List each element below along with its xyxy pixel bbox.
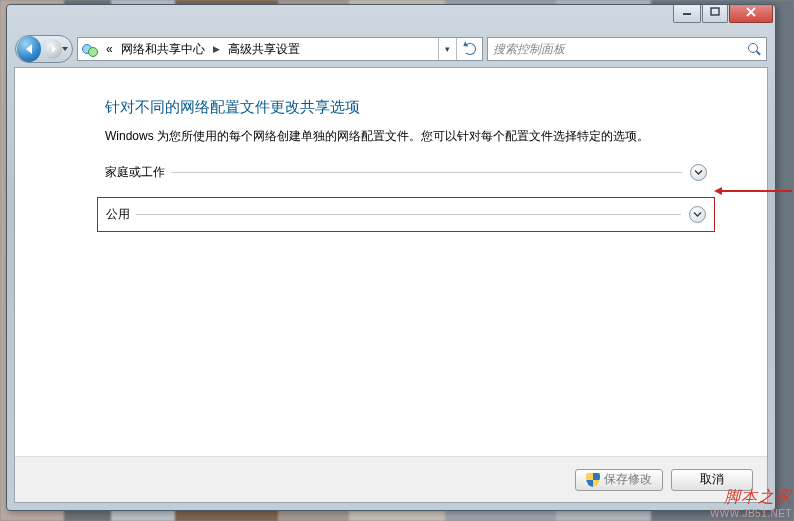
address-dropdown[interactable]: ▾ [438, 38, 456, 60]
navigation-row: « 网络和共享中心 ▶ 高级共享设置 ▾ 搜索控制面板 [15, 35, 767, 63]
highlight-box: 公用 [97, 197, 715, 232]
annotation-arrow [720, 190, 792, 192]
client-area: 针对不同的网络配置文件更改共享选项 Windows 为您所使用的每个网络创建单独… [14, 67, 768, 503]
watermark-title: 脚本之家 [710, 487, 792, 508]
uac-shield-icon [586, 473, 600, 487]
search-placeholder: 搜索控制面板 [493, 41, 565, 58]
svg-rect-1 [711, 8, 719, 15]
search-input[interactable]: 搜索控制面板 [487, 37, 767, 61]
chevron-down-icon [694, 168, 703, 177]
footer: 保存修改 取消 [15, 456, 767, 502]
close-button[interactable] [729, 5, 773, 23]
section-divider [136, 214, 681, 215]
expand-button[interactable] [689, 206, 706, 223]
breadcrumb-advanced-sharing[interactable]: 高级共享设置 [224, 38, 304, 60]
breadcrumb-prefix: « [102, 38, 117, 60]
back-button[interactable] [17, 36, 41, 62]
section-label: 家庭或工作 [105, 164, 171, 181]
section-home-work[interactable]: 家庭或工作 [105, 164, 707, 181]
control-panel-window: « 网络和共享中心 ▶ 高级共享设置 ▾ 搜索控制面板 针对不同的网络配置文件更… [6, 4, 776, 511]
svg-rect-0 [683, 13, 691, 15]
section-public[interactable]: 公用 [106, 206, 706, 223]
titlebar[interactable] [7, 5, 775, 31]
watermark-url: WWW.JB51.NET [710, 508, 792, 519]
nav-history-dropdown[interactable] [62, 47, 68, 51]
save-label: 保存修改 [604, 471, 652, 488]
window-controls [672, 5, 773, 23]
maximize-button[interactable] [702, 5, 728, 23]
watermark: 脚本之家 WWW.JB51.NET [710, 487, 792, 519]
address-bar[interactable]: « 网络和共享中心 ▶ 高级共享设置 ▾ [77, 37, 483, 61]
cancel-label: 取消 [700, 471, 724, 488]
page-title: 针对不同的网络配置文件更改共享选项 [105, 98, 707, 117]
expand-button[interactable] [690, 164, 707, 181]
save-button[interactable]: 保存修改 [575, 469, 663, 491]
page-description: Windows 为您所使用的每个网络创建单独的网络配置文件。您可以针对每个配置文… [105, 127, 707, 146]
minimize-button[interactable] [673, 5, 701, 23]
forward-button[interactable] [44, 39, 62, 59]
search-icon [748, 43, 761, 56]
breadcrumb-network-center[interactable]: 网络和共享中心 [117, 38, 209, 60]
refresh-button[interactable] [456, 38, 482, 60]
content: 针对不同的网络配置文件更改共享选项 Windows 为您所使用的每个网络创建单独… [15, 68, 767, 232]
nav-buttons [15, 35, 73, 63]
section-label: 公用 [106, 206, 136, 223]
chevron-down-icon [693, 210, 702, 219]
network-center-icon [82, 41, 98, 57]
refresh-icon [464, 43, 476, 55]
section-divider [171, 172, 682, 173]
breadcrumb-sep[interactable]: ▶ [209, 44, 224, 54]
